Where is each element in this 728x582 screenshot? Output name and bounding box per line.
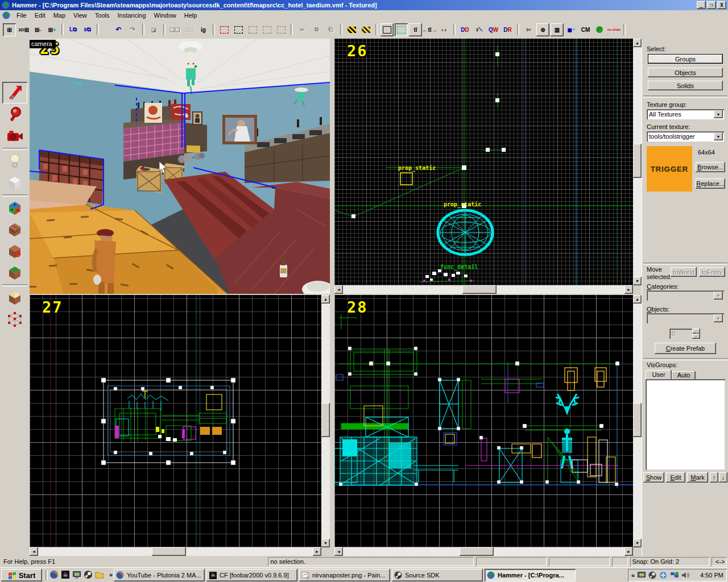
- viewport-2d-bl-canvas[interactable]: 27: [30, 295, 321, 547]
- spinner-up-arrow[interactable]: ▲: [692, 329, 700, 334]
- hide-items-button[interactable]: [260, 23, 274, 36]
- texture-lock-tl-button[interactable]: tl: [409, 23, 422, 36]
- vscrollbar[interactable]: ▲ ▼: [633, 39, 642, 285]
- to-entity-button[interactable]: toEntity: [699, 267, 725, 277]
- menu-map[interactable]: Map: [49, 11, 69, 20]
- vscroll-thumb[interactable]: [633, 144, 642, 178]
- toggle-grid-button[interactable]: ⊞: [3, 23, 16, 36]
- mark-button[interactable]: Mark: [687, 472, 708, 483]
- redo-button[interactable]: ↷: [126, 23, 139, 36]
- resize-grip[interactable]: <->: [712, 557, 727, 566]
- current-texture-combo[interactable]: tools/toolstrigger ▼: [647, 131, 724, 142]
- scroll-down-arrow[interactable]: ▼: [321, 539, 330, 547]
- angle-snap-button[interactable]: 3⟍: [473, 23, 486, 36]
- task-source-sdk[interactable]: Source SDK: [392, 569, 483, 581]
- spinner-down-arrow[interactable]: ▼: [692, 334, 700, 339]
- copy-button[interactable]: ⧉: [310, 23, 323, 36]
- vertex-tool-button[interactable]: [2, 308, 27, 330]
- scroll-right-arrow[interactable]: ►: [313, 547, 321, 556]
- tray-clock[interactable]: 4:50 PM: [700, 572, 723, 579]
- menu-view[interactable]: View: [69, 11, 91, 20]
- select-touching-button[interactable]: [395, 23, 408, 36]
- viewport-2d-br-canvas[interactable]: 28: [334, 295, 633, 547]
- objects-combo[interactable]: ▼: [647, 313, 724, 323]
- restore-button[interactable]: ❐: [707, 1, 716, 9]
- vscrollbar[interactable]: ▲ ▼: [321, 295, 330, 547]
- show-button[interactable]: Show: [643, 472, 664, 483]
- task-foobar[interactable]: ☠ CF [foobar2000 v0.9.6.9]: [206, 569, 297, 581]
- scroll-down-arrow[interactable]: ▼: [633, 539, 642, 547]
- load-window-state-button[interactable]: L⧉: [67, 23, 80, 36]
- hscrollbar[interactable]: ◄ ►: [334, 547, 633, 556]
- world-entity-button[interactable]: QW: [487, 23, 500, 36]
- browse-button[interactable]: Browse...: [696, 162, 725, 172]
- chevron-down-icon[interactable]: ▼: [714, 292, 723, 300]
- select-box-mode-button[interactable]: [380, 23, 394, 36]
- tray-daemon-icon[interactable]: [659, 571, 668, 580]
- menu-window[interactable]: Window: [150, 11, 180, 20]
- create-prefab-button[interactable]: Create Prefab: [655, 343, 716, 354]
- toggle-3d-grid-button[interactable]: 3D⊞: [17, 23, 30, 36]
- ungroup-button[interactable]: ❏⃠: [183, 23, 196, 36]
- camera-tool-button[interactable]: [2, 125, 27, 147]
- tab-user[interactable]: User: [646, 370, 672, 379]
- tab-auto[interactable]: Auto: [672, 371, 696, 379]
- tray-steam-icon[interactable]: [648, 571, 657, 580]
- scroll-up-arrow[interactable]: ▲: [633, 295, 642, 304]
- viewport-3d-camera[interactable]: 25 camera: [30, 39, 330, 294]
- quicklaunch-foobar-icon[interactable]: ☠: [60, 569, 71, 580]
- larger-grid-button[interactable]: ⊞+: [46, 23, 59, 36]
- hscroll-thumb[interactable]: [152, 547, 186, 556]
- menu-file[interactable]: File: [13, 11, 31, 20]
- prefab-count-spinner[interactable]: 0: [669, 329, 692, 339]
- replace-button[interactable]: Replace...: [696, 178, 725, 189]
- hscroll-thumb[interactable]: [460, 547, 494, 556]
- apply-current-texture-button[interactable]: [2, 218, 27, 240]
- scroll-right-arrow[interactable]: ►: [624, 285, 633, 294]
- move-down-arrow-button[interactable]: ↓: [719, 472, 727, 483]
- task-hammer[interactable]: Hammer - [C:\Progra...: [485, 569, 576, 581]
- tray-network-icon[interactable]: [670, 571, 679, 579]
- show-hidden-button[interactable]: [246, 23, 259, 36]
- save-window-state-button[interactable]: s⧉: [81, 23, 94, 36]
- texture-group-combo[interactable]: All Textures ▼: [647, 109, 724, 119]
- cm-button[interactable]: CM: [579, 23, 592, 36]
- quicklaunch-steam-icon[interactable]: [83, 569, 93, 580]
- apply-overlays-button[interactable]: [2, 261, 27, 283]
- menu-tools[interactable]: Tools: [91, 11, 114, 20]
- flip-objects-button[interactable]: ◖◗: [437, 23, 450, 36]
- clipping-tool-button[interactable]: [2, 286, 27, 308]
- menu-edit[interactable]: Edit: [31, 11, 49, 20]
- magnify-tool-button[interactable]: [2, 103, 27, 125]
- visgroups-list[interactable]: [646, 379, 725, 470]
- select-solids-button[interactable]: Solids: [648, 81, 723, 90]
- move-up-arrow-button[interactable]: ↑: [710, 472, 718, 483]
- hscroll-thumb[interactable]: [462, 285, 497, 294]
- vscrollbar[interactable]: ▲ ▼: [633, 295, 642, 547]
- paste-button[interactable]: ⎗: [324, 23, 337, 36]
- scroll-up-arrow[interactable]: ▲: [321, 295, 330, 304]
- scroll-up-arrow[interactable]: ▲: [633, 39, 642, 47]
- cut-button[interactable]: ✂: [296, 23, 309, 36]
- quicklaunch-display-icon[interactable]: 99: [72, 569, 82, 580]
- hide-unselected-button[interactable]: [232, 23, 245, 36]
- task-youtube[interactable]: YouTube - Plutonia 2 MA...: [114, 569, 205, 581]
- show-items-button[interactable]: [275, 23, 288, 36]
- hscrollbar[interactable]: ◄ ►: [334, 285, 633, 294]
- detail-props-button[interactable]: [593, 23, 606, 36]
- scroll-down-arrow[interactable]: ▼: [633, 277, 642, 285]
- nodraw-button[interactable]: no draw: [607, 23, 621, 36]
- instance-helper-button[interactable]: ◼✦: [565, 23, 578, 36]
- vscroll-thumb[interactable]: [321, 403, 330, 437]
- tray-volume-icon[interactable]: [681, 571, 689, 579]
- select-objects-button[interactable]: Objects: [648, 68, 723, 77]
- block-tool-button[interactable]: [2, 172, 27, 193]
- quicklaunch-firefox-icon[interactable]: [49, 569, 59, 580]
- entity-report-button[interactable]: DR: [501, 23, 514, 36]
- close-button[interactable]: X: [717, 1, 726, 9]
- viewport-splitter-vertical[interactable]: [330, 39, 334, 556]
- hide-selected-button[interactable]: [218, 23, 231, 36]
- ignore-groups-button[interactable]: ig: [197, 23, 210, 36]
- viewport-2d-top-canvas[interactable]: 26 prop_static prop_static func_detail: [334, 39, 633, 285]
- run-map-button[interactable]: DD: [458, 23, 471, 36]
